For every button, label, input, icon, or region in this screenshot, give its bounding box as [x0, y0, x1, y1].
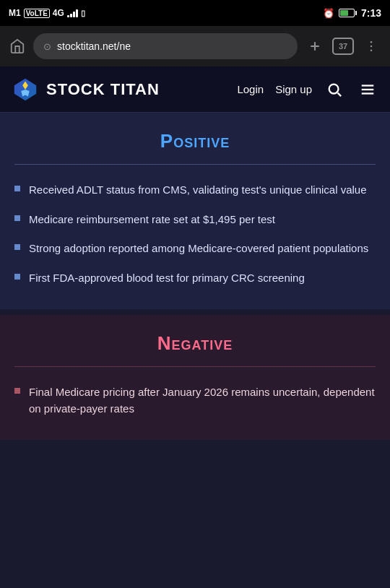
list-item: Received ADLT status from CMS, validatin…	[14, 182, 376, 199]
time-display: 7:13	[361, 7, 381, 19]
svg-point-4	[370, 50, 373, 52]
positive-item-1: Received ADLT status from CMS, validatin…	[29, 182, 367, 199]
logo-text: STOCK TITAN	[46, 80, 160, 99]
svg-line-6	[338, 92, 342, 96]
svg-point-5	[329, 84, 339, 93]
status-bar: M1 VoLTE 4G ▯ ⏰ 7:13	[0, 0, 390, 26]
address-text: stocktitan.net/ne	[57, 40, 287, 52]
browser-chrome: ⊙ stocktitan.net/ne 37	[0, 26, 390, 66]
security-icon: ⊙	[43, 41, 51, 52]
svg-point-3	[370, 46, 373, 48]
site-header: STOCK TITAN Login Sign up	[0, 66, 390, 113]
status-left: M1 VoLTE 4G ▯	[9, 8, 85, 18]
home-button[interactable]	[7, 36, 27, 56]
search-button[interactable]	[324, 79, 345, 100]
svg-point-2	[370, 41, 373, 43]
address-bar[interactable]: ⊙ stocktitan.net/ne	[33, 33, 298, 59]
list-item: Medicare reimbursement rate set at $1,49…	[14, 212, 376, 228]
positive-bullet-list: Received ADLT status from CMS, validatin…	[14, 182, 376, 286]
battery-icon	[339, 9, 357, 17]
negative-divider	[14, 366, 376, 367]
main-content: Positive Received ADLT status from CMS, …	[0, 113, 390, 440]
signup-link[interactable]: Sign up	[275, 83, 312, 95]
positive-section: Positive Received ADLT status from CMS, …	[0, 113, 390, 309]
browser-menu-button[interactable]	[360, 35, 383, 58]
negative-item-1: Final Medicare pricing after January 202…	[29, 384, 376, 417]
list-item: Strong adoption reported among Medicare-…	[14, 241, 376, 257]
negative-section: Negative Final Medicare pricing after Ja…	[0, 315, 390, 440]
menu-button[interactable]	[357, 79, 378, 100]
login-link[interactable]: Login	[237, 83, 264, 95]
nav-links: Login Sign up	[237, 79, 378, 100]
network-type: 4G	[53, 8, 64, 18]
list-item: Final Medicare pricing after January 202…	[14, 384, 376, 417]
browser-actions: 37	[303, 35, 383, 58]
bullet-icon	[14, 186, 20, 191]
positive-item-2: Medicare reimbursement rate set at $1,49…	[29, 212, 275, 228]
status-right: ⏰ 7:13	[323, 7, 381, 19]
volte-label: VoLTE	[24, 9, 50, 18]
positive-divider	[14, 164, 376, 165]
negative-title: Negative	[14, 332, 376, 355]
tab-count[interactable]: 37	[332, 38, 354, 55]
positive-item-4: First FDA-approved blood test for primar…	[29, 270, 305, 287]
list-item: First FDA-approved blood test for primar…	[14, 270, 376, 287]
alarm-icon: ⏰	[323, 8, 334, 19]
bullet-icon	[14, 388, 20, 394]
bullet-icon	[14, 244, 20, 250]
positive-item-3: Strong adoption reported among Medicare-…	[29, 241, 368, 257]
logo-area: STOCK TITAN	[12, 76, 160, 103]
bullet-icon	[14, 274, 20, 280]
sim-icon: ▯	[81, 9, 85, 18]
bullet-icon	[14, 215, 20, 221]
signal-icon	[67, 9, 78, 17]
negative-bullet-list: Final Medicare pricing after January 202…	[14, 384, 376, 417]
add-tab-button[interactable]	[303, 35, 326, 58]
logo-icon	[12, 76, 39, 103]
carrier-label: M1	[9, 8, 21, 18]
positive-title: Positive	[14, 130, 376, 152]
